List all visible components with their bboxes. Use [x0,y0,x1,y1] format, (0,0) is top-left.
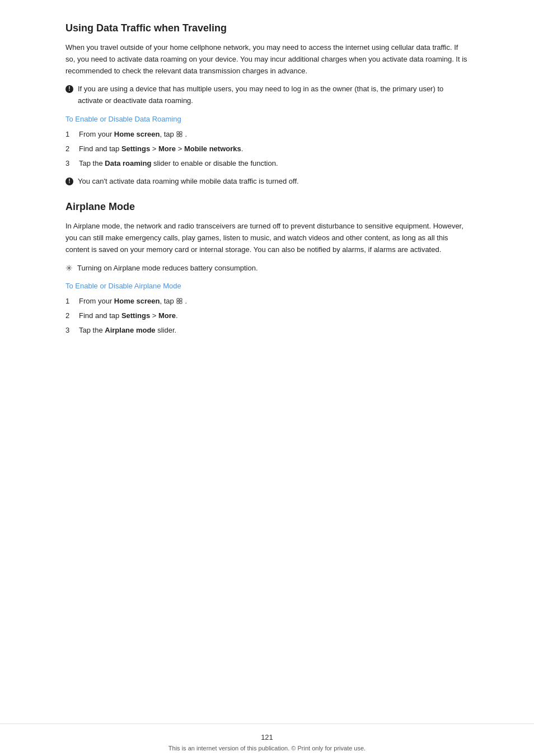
step-item: 1 From your Home screen, tap . [65,296,469,307]
grid-apps-icon [176,131,184,139]
page-footer: 121 This is an internet version of this … [0,724,534,756]
bold-text: Mobile networks [184,144,241,153]
exclamation-icon-1: ! [65,85,73,93]
svg-rect-1 [180,132,182,134]
footer-copyright: This is an internet version of this publ… [0,745,534,752]
step-item: 3 Tap the Data roaming slider to enable … [65,158,469,170]
svg-rect-3 [180,134,182,137]
bold-text: Airplane mode [105,326,155,334]
svg-rect-0 [177,132,179,134]
step-text: From your Home screen, tap . [79,296,187,307]
section1-note1: ! If you are using a device that has mul… [65,83,469,107]
section2-intro: In Airplane mode, the network and radio … [65,221,469,255]
svg-rect-6 [177,301,179,304]
step-number: 1 [65,296,73,307]
section-airplane-mode: Airplane Mode In Airplane mode, the netw… [65,201,469,337]
step-number: 3 [65,325,73,337]
bold-text: Settings [121,144,150,153]
svg-rect-4 [177,298,179,301]
section1-subsection-title: To Enable or Disable Data Roaming [65,115,469,123]
step-item: 3 Tap the Airplane mode slider. [65,325,469,337]
bold-text: Settings [121,311,150,320]
sun-tip-icon: ✳ [65,263,73,273]
section2-steps-list: 1 From your Home screen, tap . 2 Find an… [65,296,469,336]
step-number: 3 [65,158,73,170]
svg-rect-5 [180,298,182,301]
step-text: Find and tap Settings > More > Mobile ne… [79,143,243,155]
svg-rect-7 [180,301,182,304]
section1-title: Using Data Traffic when Traveling [65,22,469,34]
step-number: 1 [65,129,73,141]
bold-text: Home screen [114,297,160,305]
step-number: 2 [65,143,73,155]
section-data-traffic: Using Data Traffic when Traveling When y… [65,22,469,188]
step-number: 2 [65,310,73,322]
section1-intro: When you travel outside of your home cel… [65,42,469,77]
section2-title: Airplane Mode [65,201,469,213]
section1-note2: ! You can't activate data roaming while … [65,176,469,188]
section2-tip: ✳ Turning on Airplane mode reduces batte… [65,263,469,274]
section1-steps-list: 1 From your Home screen, tap . 2 Find an… [65,129,469,169]
grid-apps-icon-2 [176,298,184,306]
page-content: Using Data Traffic when Traveling When y… [65,0,469,724]
section1-note1-text: If you are using a device that has multi… [78,83,469,107]
step-text: From your Home screen, tap . [79,129,187,141]
step-item: 2 Find and tap Settings > More > Mobile … [65,143,469,155]
bold-text: Data roaming [105,159,151,167]
page-number: 121 [0,733,534,741]
step-text: Find and tap Settings > More. [79,310,178,322]
svg-rect-2 [177,134,179,137]
step-text: Tap the Data roaming slider to enable or… [79,158,278,170]
step-item: 1 From your Home screen, tap . [65,129,469,141]
bold-text: More [158,144,176,153]
exclamation-icon-2: ! [65,178,73,185]
section2-subsection-title: To Enable or Disable Airplane Mode [65,282,469,290]
section2-tip-text: Turning on Airplane mode reduces battery… [77,263,258,274]
section1-note2-text: You can't activate data roaming while mo… [78,176,299,188]
bold-text: More [158,311,176,320]
step-item: 2 Find and tap Settings > More. [65,310,469,322]
bold-text: Home screen [114,130,160,138]
step-text: Tap the Airplane mode slider. [79,325,176,337]
